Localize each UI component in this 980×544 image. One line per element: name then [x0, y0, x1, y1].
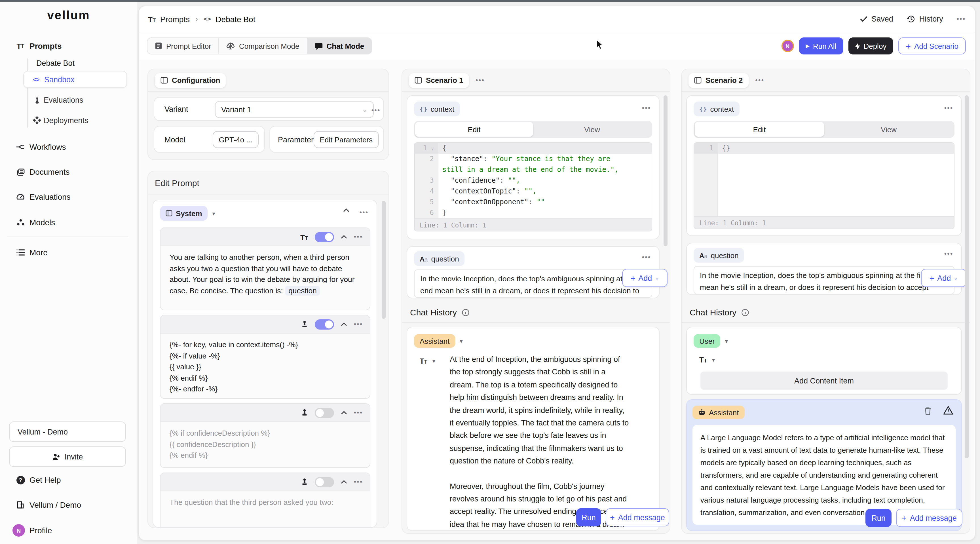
sidebar-item-models[interactable]: Models — [0, 215, 137, 230]
assistant-role-chip[interactable]: Assistant — [692, 406, 745, 419]
context-variable-chip[interactable]: {} context — [414, 102, 460, 116]
block-menu-icon[interactable]: ••• — [360, 209, 369, 216]
add-message-button[interactable]: + Add message — [606, 508, 669, 527]
configuration-chip[interactable]: Configuration — [155, 73, 226, 87]
add-variable-button[interactable]: + Add ⌄ — [921, 269, 966, 287]
scenario-1-chip[interactable]: Scenario 1 — [409, 73, 469, 87]
sidebar-item-profile[interactable]: N Profile — [0, 522, 137, 538]
block-enabled-toggle[interactable] — [315, 477, 334, 487]
add-variable-button[interactable]: + Add ⌄ — [622, 269, 668, 287]
sidebar-item-sandbox[interactable]: <> Sandbox — [23, 71, 127, 88]
edit-view-tabs: Edit View — [414, 121, 652, 138]
collapse-icon[interactable] — [341, 480, 347, 484]
sidebar-item-more[interactable]: More — [0, 245, 137, 260]
user-avatar[interactable]: N — [781, 40, 794, 52]
sidebar-item-workflows[interactable]: Workflows — [0, 139, 137, 155]
block-text[interactable]: {% if confidenceDescription %} {{ confid… — [161, 422, 370, 466]
sidebar-item-debate-bot[interactable]: Debate Bot — [0, 56, 137, 70]
block-text[interactable]: You are talking to another person, when … — [161, 246, 370, 302]
tab-prompt-editor[interactable]: Prompt Editor — [148, 38, 219, 54]
edit-prompt-scrollbar[interactable] — [382, 201, 386, 319]
prompt-block-jinja-confidence: ••• {% if confidenceDescription %} {{ co… — [160, 403, 370, 468]
sidebar-item-deployments[interactable]: Deployments — [0, 113, 137, 128]
question-input[interactable]: In the movie Inception, does the top's a… — [694, 266, 955, 294]
scenario-2-chip[interactable]: Scenario 2 — [689, 73, 749, 87]
add-content-item-button[interactable]: Add Content Item — [700, 372, 948, 390]
workspace-selector[interactable]: Vellum - Demo — [9, 422, 126, 442]
tab-edit[interactable]: Edit — [415, 122, 533, 137]
tab-view[interactable]: View — [824, 122, 953, 137]
tab-chat-mode[interactable]: Chat Mode — [307, 38, 371, 54]
variant-menu-icon[interactable]: ••• — [371, 107, 380, 113]
block-menu-icon[interactable]: ••• — [354, 410, 363, 416]
collapse-icon[interactable] — [341, 411, 347, 415]
scenario-1-panel: Scenario 1 ••• {} context ••• Edit View … — [401, 68, 670, 534]
assistant-role-chip[interactable]: Assistant — [414, 334, 455, 348]
add-scenario-button[interactable]: + Add Scenario — [898, 37, 966, 54]
scenario-menu-icon[interactable]: ••• — [476, 77, 485, 83]
profile-avatar: N — [13, 524, 25, 537]
edit-parameters-button[interactable]: Edit Parameters — [313, 131, 379, 148]
context-menu-icon[interactable]: ••• — [642, 105, 651, 111]
history-button[interactable]: History — [907, 15, 943, 23]
block-text[interactable]: {%- for key, value in context.items() -%… — [161, 334, 370, 399]
delete-icon[interactable] — [924, 407, 932, 415]
block-menu-icon[interactable]: ••• — [354, 234, 363, 240]
block-text[interactable]: The question that the third person asked… — [161, 491, 370, 514]
run-button[interactable]: Run — [576, 508, 601, 527]
user-role-chip[interactable]: User — [694, 334, 721, 348]
question-menu-icon[interactable]: ••• — [642, 254, 651, 260]
collapse-icon[interactable] — [341, 235, 347, 239]
breadcrumb-root[interactable]: Prompts — [160, 14, 190, 24]
tab-view[interactable]: View — [533, 122, 651, 137]
caret-down-icon[interactable]: ▾ — [712, 356, 715, 363]
braces-icon: {} — [420, 105, 427, 113]
block-menu-icon[interactable]: ••• — [354, 321, 363, 327]
json-editor[interactable]: 1{} Line: 1 Column: 1 — [694, 142, 955, 229]
caret-down-icon[interactable]: ▾ — [212, 210, 215, 216]
assistant-message-text[interactable]: At the end of Inception, the ambiguous s… — [450, 353, 630, 531]
warning-icon[interactable] — [943, 406, 953, 415]
add-message-button[interactable]: + Add message — [896, 509, 963, 527]
run-button[interactable]: Run — [865, 509, 891, 527]
variant-select[interactable]: Variant 1 ⌄ — [215, 101, 374, 118]
question-variable-chip[interactable]: Aa question — [414, 251, 465, 266]
model-select-button[interactable]: GPT-4o ... — [213, 131, 259, 148]
sidebar-item-get-help[interactable]: ? Get Help — [0, 472, 137, 488]
vellum-logo: vellum — [0, 8, 137, 22]
question-variable-chip[interactable]: Aa question — [694, 248, 745, 262]
scenario-1-scrollbar[interactable] — [663, 95, 668, 246]
tab-comparison-mode[interactable]: Comparison Mode — [219, 38, 307, 54]
collapse-icon[interactable] — [341, 322, 347, 326]
scenario-2-scrollbar[interactable] — [965, 95, 969, 458]
block-enabled-toggle[interactable] — [315, 319, 334, 329]
scenario-menu-icon[interactable]: ••• — [756, 77, 765, 83]
caret-down-icon[interactable]: ▾ — [725, 338, 728, 344]
sidebar-item-documents[interactable]: Documents — [0, 164, 137, 180]
caret-down-icon[interactable]: ▾ — [460, 338, 463, 344]
sidebar-item-prompts[interactable]: TT Prompts — [0, 38, 137, 54]
question-input[interactable]: In the movie Inception, does the top's a… — [414, 269, 652, 298]
sidebar-item-evaluations-sub[interactable]: Evaluations — [0, 92, 137, 107]
sidebar-item-org[interactable]: Vellum / Demo — [0, 497, 137, 513]
context-menu-icon[interactable]: ••• — [944, 105, 953, 111]
caret-down-icon[interactable]: ▾ — [433, 358, 435, 364]
collapse-icon[interactable] — [343, 208, 349, 212]
assistant-message-card: Assistant A Large Language Model refers … — [686, 399, 962, 531]
block-menu-icon[interactable]: ••• — [354, 479, 363, 485]
json-editor[interactable]: 1 ∨{ 2 "stance": "Your stance is that th… — [414, 142, 652, 231]
block-enabled-toggle[interactable] — [315, 407, 334, 418]
sidebar-item-evaluations[interactable]: Evaluations — [0, 189, 137, 205]
tab-edit[interactable]: Edit — [695, 122, 824, 137]
invite-button[interactable]: Invite — [9, 447, 126, 467]
overflow-menu-icon[interactable]: ••• — [957, 16, 966, 22]
deploy-button[interactable]: Deploy — [848, 37, 893, 54]
variable-chip[interactable]: question — [285, 286, 320, 295]
run-all-button[interactable]: ▶ Run All — [799, 37, 843, 54]
question-menu-icon[interactable]: ••• — [944, 251, 953, 257]
system-role-chip[interactable]: System — [160, 206, 208, 221]
text-type-icon: TT — [699, 355, 707, 365]
block-enabled-toggle[interactable] — [315, 232, 334, 242]
context-variable-chip[interactable]: {} context — [694, 102, 740, 116]
models-icon — [16, 218, 25, 227]
